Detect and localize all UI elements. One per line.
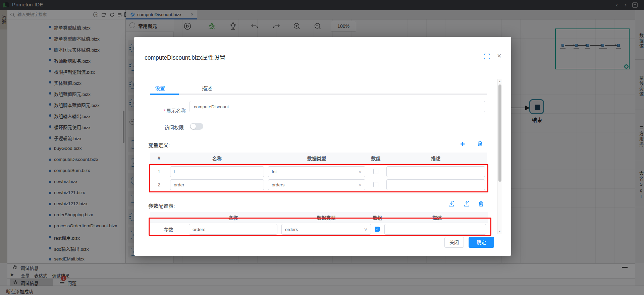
import-params-icon[interactable]	[448, 201, 454, 207]
close-button[interactable]: 关闭	[444, 237, 464, 248]
close-icon[interactable]: ×	[497, 52, 501, 60]
scrollbar-thumb[interactable]	[498, 84, 501, 182]
variables-section-label: 变量定义:	[148, 141, 170, 149]
confirm-button[interactable]: 确定	[469, 237, 494, 248]
annotation-box-params	[149, 218, 491, 236]
scroll-up-icon[interactable]: ▲	[498, 80, 501, 83]
tabs-active-indicator	[150, 94, 179, 95]
access-toggle[interactable]	[190, 123, 203, 130]
dialog-scrollbar[interactable]: ▲ ▼	[497, 79, 502, 234]
params-section-label: 参数配置表:	[148, 202, 175, 209]
access-label: 访问权限	[164, 124, 184, 131]
tab-description[interactable]: 描述	[202, 84, 212, 92]
tab-settings[interactable]: 设置	[155, 84, 165, 92]
tabs-track	[150, 94, 487, 95]
delete-variable-icon[interactable]	[477, 140, 483, 146]
annotation-box-variables	[149, 164, 488, 192]
display-name-input[interactable]	[190, 101, 485, 112]
required-mark: *	[163, 108, 165, 114]
display-name-label: *显示名称	[163, 107, 186, 114]
export-params-icon[interactable]	[464, 201, 470, 207]
scroll-down-icon[interactable]: ▼	[498, 230, 501, 233]
add-variable-icon[interactable]: +	[460, 139, 465, 149]
variables-table-header: # 名称 数据类型 数组 描述	[150, 153, 487, 164]
fullscreen-icon[interactable]	[484, 54, 490, 59]
ide-window: Primeton-IDE ‹ › 资源 AI	[0, 0, 644, 295]
dialog-title: computeDiscount.bizx属性设置	[145, 53, 225, 61]
delete-params-icon[interactable]	[478, 201, 484, 207]
